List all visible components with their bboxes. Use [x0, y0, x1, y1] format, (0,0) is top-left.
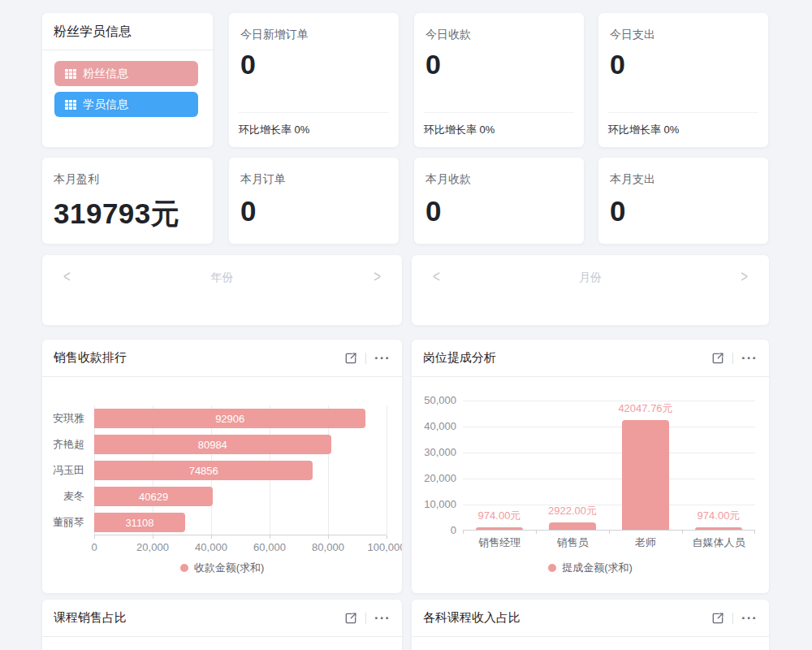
next-arrow-icon[interactable]: > — [374, 267, 381, 286]
bar-value-label: 74856 — [189, 465, 218, 477]
stat-label: 今日新增订单 — [240, 28, 387, 42]
more-menu-icon[interactable]: ··· — [374, 353, 391, 364]
vbar-fill — [622, 420, 669, 530]
sales-ranking-chart-card: 销售收款排行 ··· 安琪雅 92906 齐艳超 80984 冯玉田 74856 — [42, 340, 402, 593]
hbar-fill: 74856 — [94, 461, 313, 480]
hbar-fill: 31108 — [94, 513, 185, 532]
bar-value-label: 80984 — [198, 439, 227, 451]
bar-value-label: 40629 — [139, 491, 168, 503]
chart-title: 销售收款排行 — [54, 350, 344, 366]
dashboard-page: 粉丝学员信息 粉丝信息 学员信息 今日新增订单 0 环比增长率 0% 今日收款 … — [0, 0, 812, 650]
header-divider — [732, 613, 733, 624]
open-in-new-icon[interactable] — [344, 612, 357, 625]
more-menu-icon[interactable]: ··· — [374, 613, 391, 624]
grid-icon — [65, 69, 76, 79]
fan-student-info-card: 粉丝学员信息 粉丝信息 学员信息 — [42, 13, 213, 147]
commission-analysis-chart-card: 岗位提成分析 ··· 50,000 40,000 30,000 20,000 1… — [412, 340, 769, 593]
category-label: 安琪雅 — [42, 411, 89, 426]
stat-label: 今日收款 — [425, 28, 572, 42]
vbar-fill — [476, 527, 523, 530]
chart-header: 课程销售占比 ··· — [42, 600, 402, 637]
bar-row: 齐艳超 80984 — [42, 431, 402, 457]
x-tick-label: 0 — [70, 541, 119, 553]
stat-label: 今日支出 — [610, 28, 757, 42]
y-tick-label: 40,000 — [416, 420, 456, 433]
vbar-fill — [695, 527, 742, 530]
y-tick-label: 50,000 — [416, 394, 456, 407]
course-sales-share-card: 课程销售占比 ··· — [42, 600, 402, 650]
chart-legend[interactable]: 收款金额(求和) — [42, 561, 402, 575]
category-label: 齐艳超 — [42, 437, 89, 452]
prev-arrow-icon[interactable]: < — [433, 267, 440, 286]
category-label: 冯玉田 — [42, 463, 89, 478]
category-label: 董丽琴 — [42, 515, 89, 530]
bar-row: 安琪雅 92906 — [42, 405, 402, 431]
open-in-new-icon[interactable] — [711, 352, 724, 365]
stat-label: 本月收款 — [425, 172, 572, 187]
hbar-fill: 92906 — [94, 409, 365, 428]
x-tick-label: 100,000 — [362, 541, 402, 553]
student-info-button[interactable]: 学员信息 — [54, 92, 198, 117]
stat-label: 本月盈利 — [54, 172, 201, 187]
stat-card-today-expense: 今日支出 0 环比增长率 0% — [598, 13, 768, 147]
legend-dot-icon — [548, 564, 556, 572]
stat-footer: 环比增长率 0% — [608, 112, 758, 147]
stat-value: 0 — [425, 49, 572, 80]
stat-card-month-profit: 本月盈利 319793元 — [42, 158, 213, 244]
stat-value: 0 — [610, 49, 757, 80]
chart-legend[interactable]: 提成金额(求和) — [412, 561, 769, 575]
header-divider — [365, 353, 366, 364]
fan-info-button-label: 粉丝信息 — [83, 67, 128, 81]
open-in-new-icon[interactable] — [711, 612, 724, 625]
vbar-value-label: 42047.76元 — [597, 401, 694, 416]
stat-footer: 环比增长率 0% — [239, 112, 389, 147]
vbar-fill — [549, 522, 596, 530]
hbar-fill: 40629 — [94, 487, 213, 506]
chart-plot-area: 974.00元 2922.00元 42047.76元 974.00元 — [463, 401, 755, 531]
y-tick-label: 20,000 — [416, 472, 456, 485]
grid-icon — [65, 100, 76, 110]
bar-row: 冯玉田 74856 — [42, 457, 402, 483]
fan-info-button[interactable]: 粉丝信息 — [54, 61, 198, 86]
more-menu-icon[interactable]: ··· — [741, 613, 758, 624]
hbar-fill: 80984 — [94, 435, 331, 454]
x-category-label: 自媒体人员 — [674, 535, 763, 550]
stat-value: 319793元 — [54, 195, 201, 233]
more-menu-icon[interactable]: ··· — [741, 353, 758, 364]
category-label: 麦冬 — [42, 489, 89, 504]
x-tick-label: 20,000 — [128, 541, 177, 553]
student-info-button-label: 学员信息 — [83, 98, 128, 112]
y-tick-label: 0 — [416, 524, 456, 537]
month-selector-card: < 月份 > — [412, 255, 769, 325]
stat-value: 0 — [240, 195, 387, 228]
stat-card-today-new-orders: 今日新增订单 0 环比增长率 0% — [229, 13, 399, 147]
stat-value: 0 — [425, 195, 572, 228]
year-selector-card: < 年份 > — [42, 255, 402, 325]
stat-footer: 环比增长率 0% — [424, 112, 574, 147]
chart-title: 课程销售占比 — [54, 610, 344, 626]
stat-card-month-orders: 本月订单 0 — [229, 158, 399, 244]
stat-card-month-expense: 本月支出 0 — [598, 158, 768, 244]
stat-card-month-income: 本月收款 0 — [414, 158, 584, 244]
year-selector-label: 年份 — [211, 270, 234, 284]
header-divider — [732, 353, 733, 364]
open-in-new-icon[interactable] — [344, 352, 357, 365]
card-title: 粉丝学员信息 — [42, 13, 213, 50]
vbar-value-label: 2922.00元 — [524, 504, 621, 518]
x-tick-label: 60,000 — [245, 541, 294, 553]
legend-dot-icon — [180, 564, 188, 572]
header-divider — [365, 613, 366, 624]
bar-value-label: 92906 — [215, 413, 244, 425]
prev-arrow-icon[interactable]: < — [63, 267, 71, 286]
chart-title: 各科课程收入占比 — [423, 610, 711, 626]
x-tick-label: 40,000 — [187, 541, 235, 553]
bar-row: 董丽琴 31108 — [42, 509, 402, 535]
stat-card-today-income: 今日收款 0 环比增长率 0% — [414, 13, 584, 147]
bar-row: 麦冬 40629 — [42, 483, 402, 509]
next-arrow-icon[interactable]: > — [741, 267, 748, 286]
stat-value: 0 — [240, 49, 387, 80]
y-tick-label: 30,000 — [416, 446, 456, 459]
stat-label: 本月订单 — [240, 172, 387, 187]
bar-value-label: 31108 — [125, 517, 153, 529]
chart-header: 各科课程收入占比 ··· — [412, 600, 769, 637]
